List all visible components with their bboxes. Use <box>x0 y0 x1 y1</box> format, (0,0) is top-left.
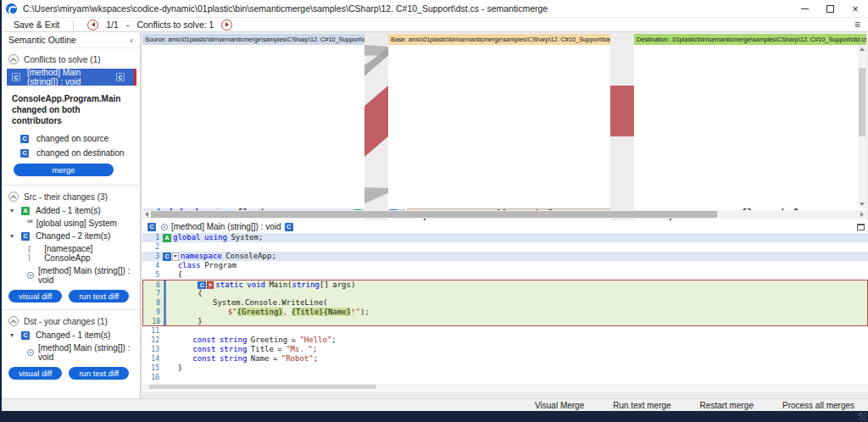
line-number: 12 <box>142 336 163 345</box>
chevron-up-icon <box>8 54 19 64</box>
code-line[interactable]: 1Aglobal using System; <box>142 233 868 242</box>
expander-icon[interactable]: ▾ <box>10 207 17 214</box>
window-border <box>0 0 2 422</box>
dst-visual-diff-button[interactable]: visual diff <box>8 367 62 380</box>
base-code-area[interactable] <box>388 45 610 208</box>
maximize-button[interactable] <box>817 0 843 17</box>
scrollbar-thumb[interactable] <box>149 385 376 389</box>
selected-conflict-item[interactable]: C [method] Main (string[]) : void C <box>7 69 136 86</box>
conflicts-section-header[interactable]: Conflicts to solve (1) <box>2 52 140 67</box>
code-line[interactable]: 2 <box>142 242 868 252</box>
right-arrow-icon <box>225 22 229 27</box>
line-number: 9 <box>143 308 164 317</box>
scroll-up-icon[interactable] <box>860 47 865 51</box>
close-icon: × <box>852 5 859 13</box>
method-item[interactable]: [method] Main (string[]) : void <box>2 264 140 286</box>
global-using-item[interactable]: ** [global using] System <box>2 217 140 230</box>
horizontal-scrollbar[interactable] <box>142 384 868 390</box>
changed-badge: C <box>285 223 293 231</box>
code-line[interactable]: 14 const string Name = "Robot"; <box>142 354 868 364</box>
code-line[interactable]: 16 <box>142 373 868 382</box>
code-line[interactable]: 6 Cstatic void Main(string[] args) <box>142 280 868 289</box>
save-exit-button[interactable]: Save & Exit <box>14 19 59 30</box>
code-line[interactable]: 8 System.Console.WriteLine( <box>142 298 868 308</box>
merge-button[interactable]: merge <box>14 164 114 176</box>
previous-conflict-button[interactable] <box>87 19 98 31</box>
line-number: 3 <box>142 252 163 261</box>
scroll-down-icon[interactable] <box>860 203 865 206</box>
conflict-connector-ribbon <box>610 86 634 136</box>
dash-separator: - <box>126 19 130 30</box>
scrollbar-thumb[interactable] <box>859 68 865 136</box>
change-badge[interactable]: C <box>198 281 214 290</box>
scroll-left-icon[interactable] <box>145 212 148 217</box>
src-section-header[interactable]: Src - their changes (3) <box>2 189 140 204</box>
changed-badge: C <box>21 331 30 340</box>
code-line[interactable]: 9 $"{Greeting}, {Title}{Name}!"); <box>142 308 868 317</box>
method-item[interactable]: [method] Main (string[]) : void <box>2 341 140 364</box>
change-badge[interactable]: C <box>163 253 179 261</box>
source-code-area[interactable] <box>142 45 364 208</box>
run-text-merge-button[interactable]: Run text merge <box>613 401 670 410</box>
line-number: 14 <box>142 354 163 364</box>
scroll-right-icon[interactable] <box>860 212 864 217</box>
code-line[interactable]: 15 } <box>142 364 868 373</box>
maximize-icon <box>826 5 834 13</box>
namespace-item[interactable]: { } [namespace] ConsoleApp <box>2 242 140 264</box>
src-visual-diff-button[interactable]: visual diff <box>8 290 62 303</box>
expander-icon[interactable]: ▾ <box>10 232 17 240</box>
line-number: 13 <box>142 345 163 354</box>
added-badge: A <box>21 207 30 215</box>
line-number: 7 <box>143 289 164 298</box>
merge-editor: Source: amic\01plastic\bin\semanticmerge… <box>141 32 868 398</box>
code-line[interactable]: 10 } <box>142 317 868 326</box>
changed-group[interactable]: ▾ C Changed - 1 item(s) <box>2 329 140 341</box>
collapse-sidebar-button[interactable]: ‹ <box>130 35 133 45</box>
conflict-description: ConsoleApp.Program.Main changed on both … <box>2 91 140 131</box>
conflict-marker <box>134 69 136 86</box>
method-icon <box>27 272 34 279</box>
app-icon <box>6 3 17 14</box>
minimize-button[interactable] <box>792 0 817 17</box>
code-line[interactable]: 13 const string Title = "Ms. "; <box>142 345 868 354</box>
horizontal-scrollbar[interactable] <box>142 210 866 219</box>
chevron-up-icon <box>8 192 19 202</box>
code-line[interactable]: 12 const string Greeting = "Hello"; <box>142 336 868 345</box>
sidebar-title: Semantic Outline <box>8 35 76 45</box>
visual-merge-button[interactable]: Visual Merge <box>535 401 584 410</box>
line-number: 6 <box>143 280 164 289</box>
close-button[interactable]: × <box>843 0 868 17</box>
code-line[interactable]: 5 { <box>142 270 868 280</box>
resize-grip[interactable] <box>859 413 866 420</box>
namespace-icon: { } <box>27 245 40 262</box>
menu-icon[interactable]: ≡ <box>854 19 860 31</box>
merge-result-code-area[interactable]: 1Aglobal using System;23Cnamespace Conso… <box>142 233 868 382</box>
code-line[interactable]: 3Cnamespace ConsoleApp; <box>142 252 868 261</box>
next-conflict-button[interactable] <box>221 19 232 31</box>
changed-group[interactable]: ▾ C Changed - 2 item(s) <box>2 230 140 242</box>
code-line[interactable]: 11 <box>142 326 868 336</box>
dst-section-header[interactable]: Dst - your changes (1) <box>2 314 140 329</box>
base-dest-connectors <box>610 45 634 208</box>
change-badge[interactable]: A <box>163 234 171 242</box>
method-icon <box>27 349 34 356</box>
merge-result-title: [method] Main (string[]) : void <box>171 222 281 231</box>
added-group[interactable]: ▾ A Added - 1 item(s) <box>2 204 140 217</box>
conflict-navigation: 1/1 - Conflicts to solve: 1 <box>87 19 232 31</box>
changed-badge: C <box>147 223 156 231</box>
code-line[interactable]: 4 class Program <box>142 261 868 270</box>
src-run-text-diff-button[interactable]: run text diff <box>69 290 129 303</box>
restart-merge-button[interactable]: Restart merge <box>700 401 754 410</box>
dst-run-text-diff-button[interactable]: run text diff <box>69 367 129 380</box>
line-number: 15 <box>142 364 163 373</box>
code-line[interactable]: 7 { <box>142 289 868 298</box>
destination-code-area[interactable] <box>634 45 866 208</box>
vertical-scrollbar[interactable] <box>858 45 866 208</box>
window-icon[interactable] <box>857 224 865 230</box>
src-base-connectors <box>364 45 388 208</box>
process-all-merges-button[interactable]: Process all merges <box>782 401 854 410</box>
line-number: 5 <box>142 270 163 280</box>
method-icon <box>161 224 168 230</box>
scrollbar-thumb[interactable] <box>151 211 717 218</box>
expander-icon[interactable]: ▾ <box>10 331 17 339</box>
